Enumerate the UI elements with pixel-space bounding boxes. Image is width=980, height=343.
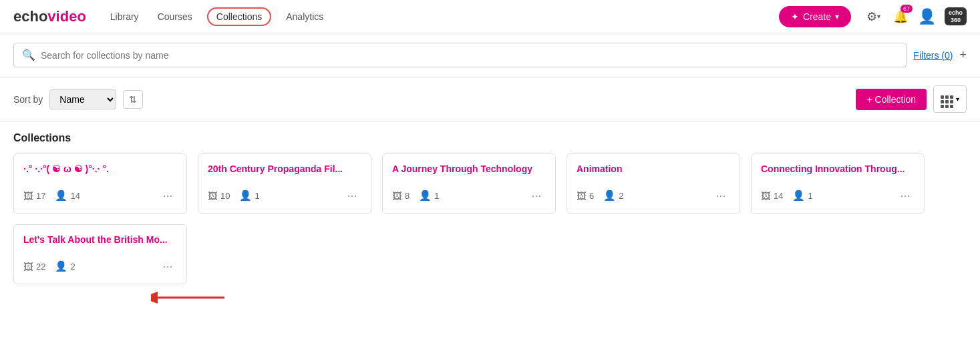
- card-users-count: 👤 1: [792, 190, 812, 202]
- users-icon: 👤: [55, 260, 67, 272]
- users-icon: 👤: [792, 190, 805, 202]
- card-users-count: 👤 2: [55, 260, 75, 272]
- arrow-annotation: [151, 290, 231, 306]
- add-collection-button[interactable]: + Collection: [856, 89, 927, 110]
- nav-analytics[interactable]: Analytics: [282, 9, 327, 25]
- search-bar: 🔍: [13, 43, 907, 67]
- card-users-count: 👤 2: [603, 190, 623, 202]
- logo-video: video: [47, 8, 86, 25]
- nav-library[interactable]: Library: [106, 9, 143, 25]
- sort-order-button[interactable]: ⇅: [123, 90, 143, 109]
- user-icon[interactable]: 👤: [918, 7, 937, 26]
- card-more-button[interactable]: ···: [158, 186, 177, 205]
- header-right: ⚙ ▾ 🔔 67 👤 echo360: [864, 7, 967, 26]
- card-more-button[interactable]: ···: [158, 257, 177, 276]
- notifications-icon[interactable]: 🔔 67: [891, 7, 910, 26]
- header: echovideo Library Courses Collections An…: [0, 0, 980, 33]
- users-icon: 👤: [55, 190, 67, 202]
- video-icon: 🖼: [392, 190, 402, 202]
- main-nav: Library Courses Collections Analytics: [106, 7, 766, 26]
- view-toggle-button[interactable]: ▾: [933, 85, 967, 113]
- card-videos-count: 🖼 22: [23, 261, 45, 272]
- nav-courses[interactable]: Courses: [154, 9, 196, 25]
- card-videos-count: 🖼 6: [577, 190, 594, 202]
- card-meta: 🖼 10 👤 1 ···: [208, 186, 361, 205]
- card-meta: 🖼 17 👤 14 ···: [23, 186, 177, 205]
- video-icon: 🖼: [23, 190, 33, 202]
- card-videos-count: 🖼 8: [392, 190, 410, 202]
- video-icon: 🖼: [577, 190, 587, 202]
- sort-label: Sort by: [13, 94, 43, 105]
- create-label: Create: [803, 11, 831, 22]
- filters-link[interactable]: Filters (0): [913, 50, 953, 61]
- sort-order-icon: ⇅: [129, 94, 137, 105]
- users-icon: 👤: [239, 190, 252, 202]
- settings-chevron-icon: ▾: [877, 13, 880, 20]
- card-users-count: 👤 14: [55, 190, 79, 202]
- nav-collections[interactable]: Collections: [207, 7, 271, 26]
- notification-badge: 67: [901, 5, 913, 13]
- collection-card[interactable]: Let's Talk About the British Mo... 🖼 22 …: [13, 224, 187, 284]
- logo[interactable]: echovideo: [13, 8, 86, 25]
- echo360-badge: echo360: [945, 7, 967, 26]
- card-videos-count: 🖼 10: [208, 190, 230, 202]
- add-filter-button[interactable]: +: [959, 48, 967, 62]
- card-title: 20th Century Propaganda Fil...: [208, 163, 361, 174]
- card-more-button[interactable]: ···: [896, 186, 915, 205]
- card-videos-count: 🖼 17: [23, 190, 45, 202]
- users-icon: 👤: [603, 190, 616, 202]
- card-more-button[interactable]: ···: [343, 186, 361, 205]
- search-icon: 🔍: [22, 49, 35, 61]
- collection-card[interactable]: Connecting Innovation Throug... 🖼 14 👤 1…: [751, 153, 925, 214]
- card-meta: 🖼 8 👤 1 ···: [392, 186, 546, 205]
- card-title: Let's Talk About the British Mo...: [23, 234, 177, 245]
- card-more-button[interactable]: ···: [527, 186, 546, 205]
- video-icon: 🖼: [208, 190, 218, 202]
- logo-echo: echo: [13, 8, 47, 25]
- video-icon: 🖼: [761, 190, 771, 202]
- card-meta: 🖼 6 👤 2 ···: [577, 186, 730, 205]
- card-title: Animation: [577, 163, 730, 174]
- collections-grid: ·.° ·.·°( ☯ ω ☯ )°·.· °. 🖼 17 👤 14 ··· 2…: [13, 153, 967, 284]
- sort-section: Sort by Name ⇅ + Collection ▾: [0, 77, 980, 121]
- collection-card[interactable]: A Journey Through Technology 🖼 8 👤 1 ···: [382, 153, 556, 214]
- search-section: 🔍 Filters (0) +: [0, 33, 980, 77]
- card-meta: 🖼 14 👤 1 ···: [761, 186, 915, 205]
- sort-select[interactable]: Name: [49, 89, 116, 109]
- collection-card[interactable]: Animation 🖼 6 👤 2 ···: [566, 153, 740, 214]
- card-users-count: 👤 1: [239, 190, 259, 202]
- search-input[interactable]: [41, 50, 898, 61]
- card-users-count: 👤 1: [419, 190, 439, 202]
- create-button[interactable]: ✦ Create ▾: [779, 6, 851, 27]
- card-videos-count: 🖼 14: [761, 190, 783, 202]
- users-icon: 👤: [419, 190, 432, 202]
- settings-icon[interactable]: ⚙ ▾: [864, 7, 883, 26]
- collection-card[interactable]: ·.° ·.·°( ☯ ω ☯ )°·.· °. 🖼 17 👤 14 ···: [13, 153, 187, 214]
- collection-card[interactable]: 20th Century Propaganda Fil... 🖼 10 👤 1 …: [198, 153, 371, 214]
- card-title: Connecting Innovation Throug...: [761, 163, 915, 174]
- chevron-down-icon: ▾: [835, 12, 839, 21]
- card-meta: 🖼 22 👤 2 ···: [23, 257, 177, 276]
- card-title: ·.° ·.·°( ☯ ω ☯ )°·.· °.: [23, 163, 177, 174]
- card-more-button[interactable]: ···: [711, 186, 730, 205]
- view-toggle-chevron-icon: ▾: [956, 95, 959, 103]
- collections-section: Collections ·.° ·.·°( ☯ ω ☯ )°·.· °. 🖼 1…: [0, 121, 980, 316]
- card-title: A Journey Through Technology: [392, 163, 546, 174]
- collections-title: Collections: [13, 132, 967, 144]
- create-icon: ✦: [791, 11, 799, 22]
- grid-view-icon: [941, 90, 953, 108]
- video-icon: 🖼: [23, 261, 33, 272]
